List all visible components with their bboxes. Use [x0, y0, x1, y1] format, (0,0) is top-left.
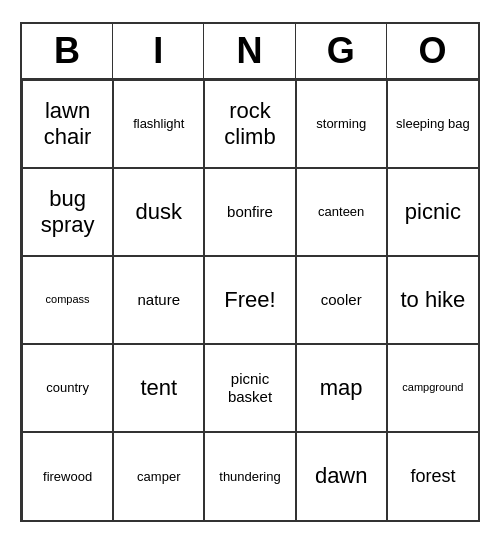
bingo-cell-1: flashlight — [113, 80, 204, 168]
bingo-cell-10: compass — [22, 256, 113, 344]
bingo-cell-15: country — [22, 344, 113, 432]
cell-text-19: campground — [402, 381, 463, 394]
bingo-cell-2: rock climb — [204, 80, 295, 168]
cell-text-5: bug spray — [27, 186, 108, 239]
cell-text-2: rock climb — [209, 98, 290, 151]
cell-text-7: bonfire — [227, 203, 273, 221]
bingo-card: BINGO lawn chairflashlightrock climbstor… — [20, 22, 480, 522]
bingo-cell-24: forest — [387, 432, 478, 520]
header-letter-b: B — [22, 24, 113, 78]
cell-text-20: firewood — [43, 469, 92, 485]
cell-text-9: picnic — [405, 199, 461, 225]
cell-text-21: camper — [137, 469, 180, 485]
header-letter-g: G — [296, 24, 387, 78]
cell-text-14: to hike — [400, 287, 465, 313]
cell-text-15: country — [46, 380, 89, 396]
cell-text-18: map — [320, 375, 363, 401]
bingo-cell-3: storming — [296, 80, 387, 168]
cell-text-8: canteen — [318, 204, 364, 220]
header-letter-n: N — [204, 24, 295, 78]
cell-text-10: compass — [46, 293, 90, 306]
bingo-cell-13: cooler — [296, 256, 387, 344]
bingo-cell-5: bug spray — [22, 168, 113, 256]
header-letter-i: I — [113, 24, 204, 78]
cell-text-0: lawn chair — [27, 98, 108, 151]
cell-text-1: flashlight — [133, 116, 184, 132]
bingo-header: BINGO — [22, 24, 478, 80]
cell-text-16: tent — [140, 375, 177, 401]
bingo-cell-0: lawn chair — [22, 80, 113, 168]
bingo-cell-6: dusk — [113, 168, 204, 256]
cell-text-23: dawn — [315, 463, 368, 489]
bingo-cell-19: campground — [387, 344, 478, 432]
bingo-cell-18: map — [296, 344, 387, 432]
cell-text-6: dusk — [136, 199, 182, 225]
bingo-grid: lawn chairflashlightrock climbstormingsl… — [22, 80, 478, 520]
bingo-cell-7: bonfire — [204, 168, 295, 256]
bingo-cell-21: camper — [113, 432, 204, 520]
bingo-cell-4: sleeping bag — [387, 80, 478, 168]
bingo-cell-23: dawn — [296, 432, 387, 520]
bingo-cell-9: picnic — [387, 168, 478, 256]
bingo-cell-20: firewood — [22, 432, 113, 520]
bingo-cell-12: Free! — [204, 256, 295, 344]
cell-text-22: thundering — [219, 469, 280, 485]
cell-text-3: storming — [316, 116, 366, 132]
cell-text-4: sleeping bag — [396, 116, 470, 132]
bingo-cell-16: tent — [113, 344, 204, 432]
cell-text-13: cooler — [321, 291, 362, 309]
bingo-cell-14: to hike — [387, 256, 478, 344]
cell-text-11: nature — [138, 291, 181, 309]
bingo-cell-8: canteen — [296, 168, 387, 256]
cell-text-24: forest — [410, 466, 455, 488]
cell-text-17: picnic basket — [209, 370, 290, 406]
cell-text-12: Free! — [224, 287, 275, 313]
header-letter-o: O — [387, 24, 478, 78]
bingo-cell-22: thundering — [204, 432, 295, 520]
bingo-cell-17: picnic basket — [204, 344, 295, 432]
bingo-cell-11: nature — [113, 256, 204, 344]
